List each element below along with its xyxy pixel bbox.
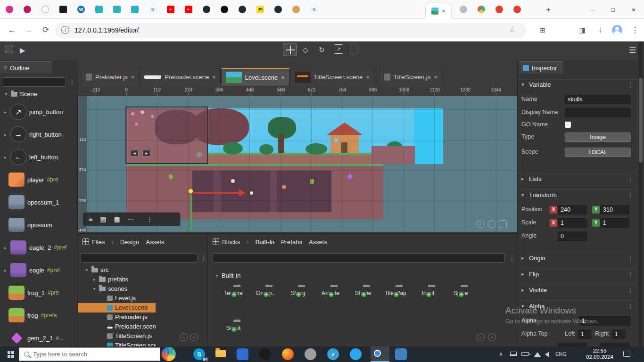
kebab-icon[interactable]: ⋮ <box>627 303 634 310</box>
tray-clock[interactable]: 22:53 02.09.2024 <box>583 348 616 360</box>
tab-blocks[interactable]: Blocks <box>213 239 240 246</box>
outline-item-left-button[interactable]: ▸ ← left_button <box>0 146 78 168</box>
cursor-favicon[interactable] <box>221 6 228 13</box>
align-icon[interactable]: ≡ <box>89 215 92 223</box>
tab-files[interactable]: Files <box>83 239 105 246</box>
scene-canvas[interactable]: -112 0 112 224 336 448 560 672 784 896 1… <box>78 86 517 232</box>
chevron-down-icon[interactable]: ▾ <box>521 303 524 309</box>
tab-preloader-scene[interactable]: Preloader.scene × <box>140 68 221 86</box>
tray-language-label[interactable]: ENG <box>555 351 567 357</box>
github-favicon-2[interactable] <box>239 6 246 13</box>
blocks-section-built-in[interactable]: ▾ Built-In <box>208 271 302 280</box>
tab-built-in[interactable]: Built-In <box>256 239 274 246</box>
speaker-favicon[interactable] <box>460 6 467 13</box>
blocks-search-input[interactable] <box>213 253 505 263</box>
fullscreen-tool-button[interactable] <box>350 45 358 53</box>
block-item-input[interactable]: + Input <box>412 287 444 296</box>
chrome-taskbar-icon-active[interactable] <box>371 346 389 362</box>
close-icon[interactable]: × <box>131 74 135 81</box>
section-visible[interactable]: ▸ Visible ⋮ <box>518 285 637 295</box>
firefox-taskbar-icon[interactable] <box>282 348 294 360</box>
scale-x-input[interactable] <box>558 218 587 228</box>
tab-assets[interactable]: Assets <box>309 239 327 246</box>
chevron-right-icon[interactable]: ▸ <box>521 287 524 293</box>
type-button[interactable]: Image <box>565 132 631 142</box>
file-tree-titlescreen-js[interactable]: TitleScreen.js <box>78 331 156 341</box>
internet-explorer-taskbar-icon[interactable]: e <box>327 348 339 360</box>
tray-volume-icon[interactable] <box>545 352 549 357</box>
scale-y-input[interactable] <box>600 218 629 228</box>
github-desktop-taskbar-icon[interactable] <box>305 348 316 360</box>
forward-icon[interactable]: → <box>23 25 35 35</box>
inspector-header-tab[interactable]: Inspector <box>520 61 563 74</box>
shape-tool-button[interactable]: ◇ <box>303 46 308 54</box>
chevron-right-icon[interactable]: ▸ <box>3 268 8 273</box>
kebab-icon[interactable]: ⋮ <box>147 215 153 223</box>
grid-icon[interactable]: ▦ <box>114 215 120 223</box>
chevron-down-icon[interactable]: ▾ <box>84 265 89 275</box>
chevron-right-icon[interactable]: ▸ <box>521 255 524 261</box>
downloads-icon[interactable]: ↓ <box>594 25 606 35</box>
window-close-button[interactable]: × <box>623 0 644 19</box>
file-tree-preloader-scene[interactable]: Preloader.scene <box>78 322 156 331</box>
section-alpha[interactable]: ▾ Alpha ⋮ <box>518 301 637 311</box>
export-tool-button[interactable]: ↗ <box>334 44 343 54</box>
outline-item-jump-button[interactable]: ▸ ↗ jump_button <box>0 100 78 123</box>
tab-design[interactable]: Design <box>120 239 139 246</box>
zoom-in-icon[interactable]: + <box>476 220 484 228</box>
reddit-favicon-1[interactable] <box>495 6 503 13</box>
file-tree-titlescreen-scene[interactable]: TitleScreen.scene <box>78 341 156 346</box>
zoom-out-icon[interactable]: − <box>487 220 495 228</box>
file-tree-prefabs[interactable]: ▸ prefabs <box>78 275 156 284</box>
task-view-button[interactable] <box>166 350 174 358</box>
google-favicon-2[interactable]: G <box>310 6 318 13</box>
chevron-down-icon[interactable]: ▾ <box>521 82 524 88</box>
alpha-top-left-input[interactable] <box>578 329 591 339</box>
tab-favicon-crimson[interactable] <box>24 6 31 13</box>
position-y-input[interactable] <box>600 205 629 214</box>
outline-item-eagle[interactable]: ▸ eagle #pref <box>0 259 78 281</box>
chevron-down-icon[interactable]: ▾ <box>215 271 219 280</box>
url-input[interactable] <box>74 25 480 36</box>
opera-taskbar-icon[interactable] <box>259 348 271 360</box>
back-icon[interactable]: ← <box>6 25 18 35</box>
chevron-right-icon[interactable]: ▸ <box>521 271 524 277</box>
start-button[interactable] <box>8 351 10 354</box>
kebab-icon[interactable]: ⋮ <box>627 81 634 89</box>
chevron-down-icon[interactable]: ▾ <box>92 284 97 294</box>
outline-item-eagle-2[interactable]: ▸ eagle_2 #pref <box>0 236 78 259</box>
chevron-right-icon[interactable]: ▸ <box>3 109 8 115</box>
outline-header-tab[interactable]: ≡ Outline <box>0 61 52 74</box>
app-blue-taskbar-icon[interactable] <box>237 348 248 360</box>
display-name-input[interactable] <box>565 108 631 117</box>
kebab-icon[interactable]: ⋮ <box>627 287 634 294</box>
scrollbar-thumb[interactable] <box>639 78 643 163</box>
file-tree-preloader-js[interactable]: Preloader.js <box>78 313 156 322</box>
chevron-right-icon[interactable]: ▸ <box>3 245 8 250</box>
file-tree-level-js[interactable]: Level.js <box>78 294 156 303</box>
chevron-right-icon[interactable]: ▸ <box>92 275 97 284</box>
name-input[interactable] <box>565 95 631 104</box>
taskbar-search[interactable] <box>19 347 160 361</box>
outline-item-opossum[interactable]: opossum <box>0 214 78 236</box>
kebab-icon[interactable]: ⋮ <box>627 271 634 278</box>
js-favicon[interactable]: JS <box>256 6 264 13</box>
tab-favicon-teal-3[interactable] <box>131 6 139 13</box>
tab-favicon-teal-2[interactable] <box>113 6 121 13</box>
tray-battery-icon[interactable] <box>521 352 529 356</box>
block-item-arcade[interactable]: + Arcade <box>314 287 347 296</box>
close-icon[interactable]: × <box>366 74 370 81</box>
position-x-input[interactable] <box>558 205 587 214</box>
bird-favicon[interactable] <box>478 6 485 13</box>
tab-titlescreen-scene[interactable]: TitleScreen.scene × <box>290 68 374 86</box>
new-tab-button[interactable]: + <box>543 5 553 15</box>
tab-favicon-tan[interactable] <box>292 6 300 13</box>
tray-chevron-up-icon[interactable]: ∧ <box>499 351 503 357</box>
file-tree-src[interactable]: ▾ src <box>78 265 156 275</box>
telegram-taskbar-icon[interactable] <box>350 348 362 360</box>
gizmo-y-axis[interactable] <box>190 195 192 230</box>
taskbar-search-input[interactable] <box>33 351 137 358</box>
chevron-right-icon[interactable]: ▸ <box>521 176 524 182</box>
zoom-in-icon[interactable]: + <box>488 333 496 341</box>
tray-wifi-icon[interactable] <box>534 352 541 357</box>
